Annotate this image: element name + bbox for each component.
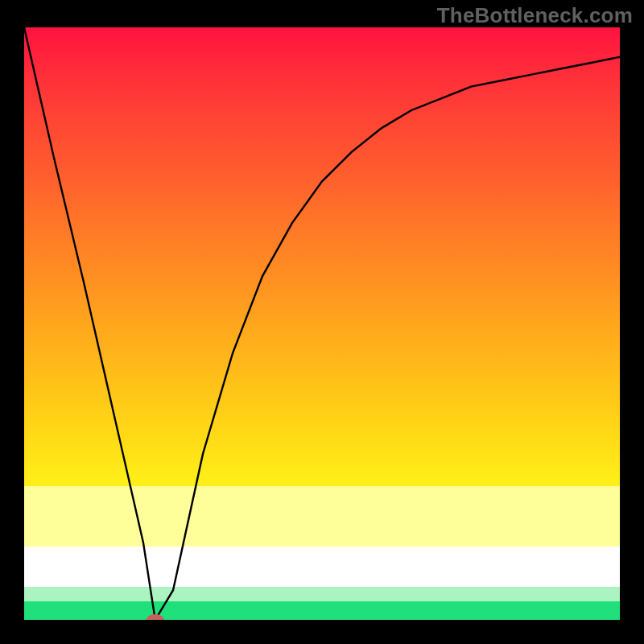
chart-frame: TheBottleneck.com	[0, 0, 644, 644]
minimum-marker	[147, 614, 164, 620]
bottleneck-curve	[24, 27, 620, 620]
watermark-text: TheBottleneck.com	[437, 3, 633, 28]
plot-area	[24, 27, 620, 620]
curve-layer	[24, 27, 620, 620]
